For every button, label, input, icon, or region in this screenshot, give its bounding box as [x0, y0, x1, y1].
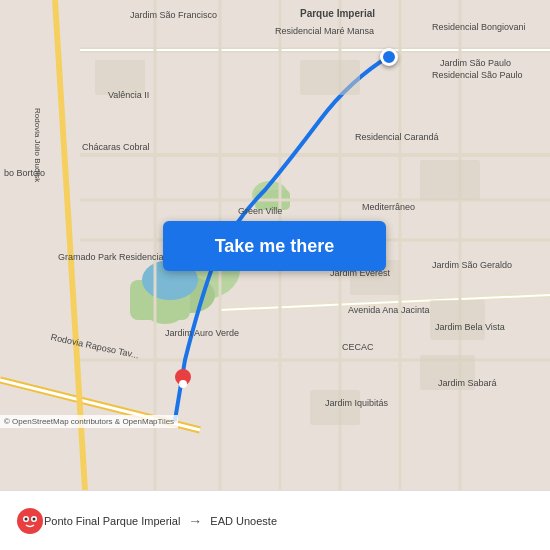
footer: Ponto Final Parque Imperial → EAD Unoest…: [0, 490, 550, 550]
footer-route: Ponto Final Parque Imperial → EAD Unoest…: [44, 513, 534, 529]
destination-marker: [380, 48, 398, 66]
svg-point-36: [33, 517, 36, 520]
svg-point-35: [25, 517, 28, 520]
svg-rect-31: [420, 355, 475, 390]
moovit-logo-icon: [16, 507, 44, 535]
footer-from-label: Ponto Final Parque Imperial: [44, 515, 180, 527]
svg-point-32: [17, 508, 43, 534]
footer-arrow-icon: →: [188, 513, 202, 529]
svg-rect-29: [430, 300, 485, 340]
origin-marker: [173, 369, 193, 395]
svg-rect-30: [310, 390, 360, 425]
osm-credit: © OpenStreetMap contributors & OpenMapTi…: [0, 415, 178, 428]
svg-rect-25: [95, 60, 145, 95]
map-container: Parque Imperial Residencial Maré Mansa R…: [0, 0, 550, 490]
svg-rect-27: [420, 160, 480, 200]
take-me-there-button[interactable]: Take me there: [163, 221, 386, 271]
footer-to-label: EAD Unoeste: [210, 515, 277, 527]
svg-rect-26: [300, 60, 360, 95]
footer-left: [16, 507, 44, 535]
